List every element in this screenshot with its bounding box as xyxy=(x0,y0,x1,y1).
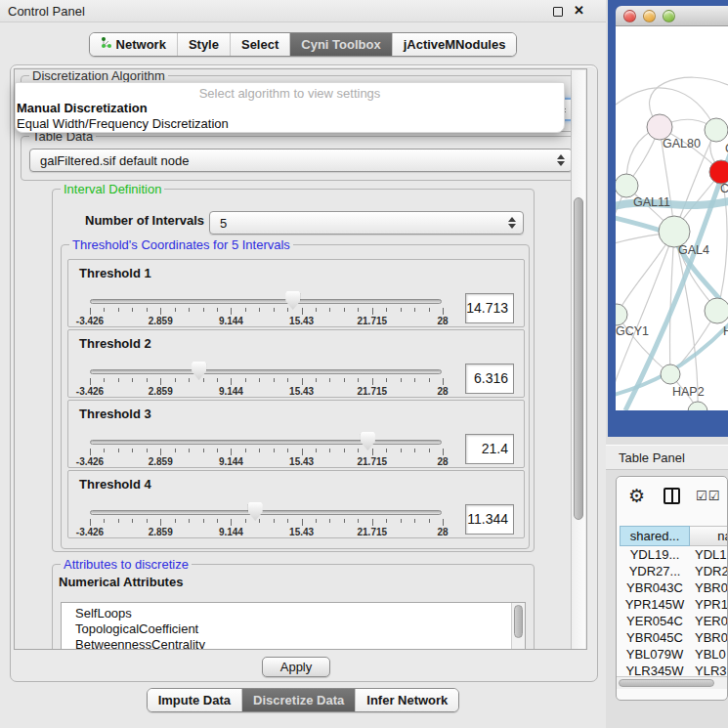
network-node-label: HAP2 xyxy=(672,385,705,399)
cyni-mode-tabs: Impute Data Discretize Data Infer Networ… xyxy=(0,688,606,712)
tick-label: 28 xyxy=(437,316,448,326)
float-window-icon[interactable] xyxy=(553,7,563,17)
attribute-list-item[interactable]: TopologicalCoefficient xyxy=(75,621,525,637)
zoom-traffic-light-icon[interactable] xyxy=(663,10,675,22)
slider-tick-labels: -3.4262.8599.14415.4321.71528 xyxy=(90,386,443,398)
attribute-list-item[interactable]: BetweennessCentrality xyxy=(75,637,525,650)
tick-label: 15.43 xyxy=(289,456,314,467)
table-row[interactable]: YER054CYER0 xyxy=(620,614,728,630)
threshold-label: Threshold 3 xyxy=(79,407,151,421)
close-traffic-light-icon[interactable] xyxy=(623,10,636,22)
table-data-group: Table Data galFiltered.sif default node xyxy=(21,136,579,181)
panel-title: Control Panel xyxy=(8,4,85,19)
tick-label: 9.144 xyxy=(219,456,243,467)
interval-definition-group: Interval Definition Number of Intervals … xyxy=(52,189,535,552)
tab-select[interactable]: Select xyxy=(230,33,289,56)
table-row[interactable]: YDL19...YDL1 xyxy=(620,547,728,564)
table-cell: YDL19... xyxy=(620,547,690,564)
apply-button[interactable]: Apply xyxy=(262,657,330,677)
table-row[interactable]: YPR145WYPR1 xyxy=(620,597,728,614)
slider-ticks xyxy=(90,449,443,456)
network-node[interactable] xyxy=(661,364,680,384)
slider-track[interactable] xyxy=(90,299,442,304)
control-panel-tabs: Network Style Select Cyni Toolbox jActiv… xyxy=(0,32,606,57)
network-node[interactable] xyxy=(705,118,728,142)
tab-network[interactable]: Network xyxy=(90,33,177,56)
combo-stepper-icon xyxy=(557,154,565,166)
tick-label: 28 xyxy=(437,386,448,397)
tab-discretize-data[interactable]: Discretize Data xyxy=(241,689,355,711)
network-node[interactable] xyxy=(688,402,707,410)
tick-label: -3.426 xyxy=(76,527,104,537)
table-horizontal-scrollbar[interactable] xyxy=(617,676,728,689)
number-of-intervals-combobox[interactable]: 5 xyxy=(209,211,524,235)
table-row[interactable]: YDR27...YDR2 xyxy=(620,564,728,580)
tab-jactivemnodules[interactable]: jActiveMNodules xyxy=(392,33,517,56)
tick-label: 2.859 xyxy=(149,456,173,467)
threshold-value-field[interactable]: 21.4 xyxy=(465,434,514,464)
network-node-label: H xyxy=(723,324,728,338)
scrollbar-thumb[interactable] xyxy=(574,197,583,520)
combo-stepper-icon xyxy=(508,217,516,229)
algorithm-hint-option[interactable]: Select algorithm to view settings xyxy=(16,83,564,101)
table-data-value: galFiltered.sif default node xyxy=(40,153,189,168)
attribute-list-item[interactable]: SelfLoops xyxy=(75,606,525,621)
table-panel: ⚙ ☑☑ shared... na YDL19...YDL1YDR27...YD… xyxy=(616,476,728,701)
control-panel: Control Panel ✕ Network Style Select Cyn… xyxy=(0,0,606,728)
table-cell: YBL079W xyxy=(620,647,690,664)
scrollbar-thumb[interactable] xyxy=(619,679,714,687)
tick-label: 15.43 xyxy=(289,527,314,537)
table-row[interactable]: YBR045CYBR0 xyxy=(620,630,728,647)
tab-style[interactable]: Style xyxy=(177,33,230,56)
table-row[interactable]: YBL079WYBL0 xyxy=(620,647,728,664)
threshold-value-field[interactable]: 11.344 xyxy=(465,504,514,535)
slider-ticks xyxy=(90,378,443,386)
tick-label: 2.859 xyxy=(149,527,173,537)
panel-scrollbar[interactable] xyxy=(571,70,585,650)
table-panel-titlebar: Table Panel xyxy=(606,445,728,470)
network-node[interactable] xyxy=(709,160,728,184)
slider-track[interactable] xyxy=(90,369,442,374)
table-toolbar: ⚙ ☑☑ xyxy=(617,477,727,520)
table-cell: YPR1 xyxy=(690,597,728,614)
threshold-value-field[interactable]: 6.316 xyxy=(465,364,514,394)
algorithm-option-manual[interactable]: Manual Discretization xyxy=(16,101,564,116)
column-header-name[interactable]: na xyxy=(690,526,728,546)
tick-label: 9.144 xyxy=(219,527,243,537)
minimize-traffic-light-icon[interactable] xyxy=(643,10,656,22)
gear-icon[interactable]: ⚙ xyxy=(628,485,645,507)
algorithm-option-equal-width[interactable]: Equal Width/Frequency Discretization xyxy=(16,116,564,132)
control-panel-titlebar: Control Panel ✕ xyxy=(0,0,606,22)
columns-icon[interactable] xyxy=(664,488,680,504)
tick-label: 2.859 xyxy=(149,316,173,326)
table-cell: YBR0 xyxy=(690,630,728,647)
tick-label: 21.715 xyxy=(358,527,388,537)
close-icon[interactable]: ✕ xyxy=(574,3,584,18)
threshold-value-field[interactable]: 14.713 xyxy=(465,293,514,323)
tab-infer-network[interactable]: Infer Network xyxy=(355,689,458,711)
network-node[interactable] xyxy=(616,304,627,325)
list-scrollbar[interactable] xyxy=(511,603,525,650)
checkboxes-icon[interactable]: ☑☑ xyxy=(696,489,720,503)
slider-track[interactable] xyxy=(90,510,442,515)
tick-label: 21.715 xyxy=(358,386,388,397)
slider-track[interactable] xyxy=(90,440,442,445)
right-region: GAL80GAGAL11CGAL4GCY1HHAP2 Table Panel ⚙… xyxy=(606,0,728,728)
network-node[interactable] xyxy=(616,174,638,197)
network-node[interactable] xyxy=(705,298,728,323)
tick-label: 9.144 xyxy=(219,386,243,397)
slider-tick-labels: -3.4262.8599.14415.4321.71528 xyxy=(90,527,443,538)
tick-label: 2.859 xyxy=(149,386,173,397)
tab-cyni-toolbox[interactable]: Cyni Toolbox xyxy=(289,33,391,56)
tick-label: 28 xyxy=(437,527,448,537)
table-data-combobox[interactable]: galFiltered.sif default node xyxy=(29,149,573,172)
column-header-shared-name[interactable]: shared... xyxy=(620,526,690,546)
table-row[interactable]: YBR043CYBR0 xyxy=(620,580,728,597)
network-canvas[interactable]: GAL80GAGAL11CGAL4GCY1HHAP2 xyxy=(616,26,728,410)
table-cell: YPR145W xyxy=(620,597,690,614)
table-cell: YER0 xyxy=(690,614,728,630)
tick-label: 9.144 xyxy=(219,316,243,326)
tick-label: 15.43 xyxy=(289,386,314,397)
tab-impute-data[interactable]: Impute Data xyxy=(148,689,241,711)
numerical-attributes-list[interactable]: SelfLoopsTopologicalCoefficientBetweenne… xyxy=(61,602,526,650)
